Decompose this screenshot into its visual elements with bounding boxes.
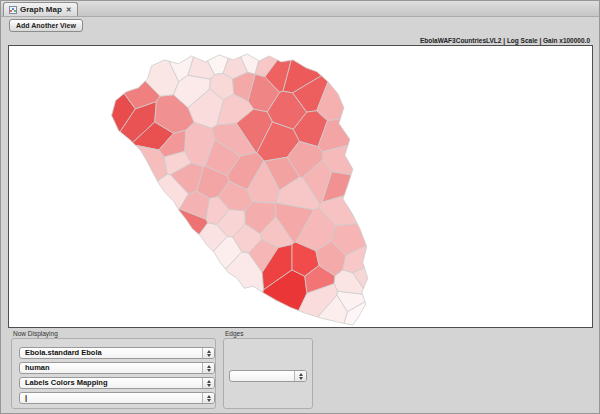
tab-graph-map[interactable]: Graph Map ✕ xyxy=(3,2,78,16)
dataset-select[interactable]: Ebola.standard Ebola xyxy=(19,347,215,359)
edges-label: Edges xyxy=(225,330,243,337)
now-displaying-label: Now Displaying xyxy=(13,330,58,337)
dataset-select-value: Ebola.standard Ebola xyxy=(20,348,202,358)
tab-title: Graph Map xyxy=(20,5,62,14)
combo-stepper-icon xyxy=(202,393,214,403)
tab-bar: Graph Map ✕ xyxy=(1,1,599,17)
choropleth-map[interactable] xyxy=(9,46,592,327)
tab-close-icon[interactable]: ✕ xyxy=(66,6,72,13)
map-panel xyxy=(8,45,593,328)
combo-stepper-icon xyxy=(202,378,214,388)
map-header-info: EbolaWAF3CountriesLVL2 | Log Scale | Gai… xyxy=(420,37,590,44)
color-mapping-select-value: Labels Colors Mapping xyxy=(20,378,202,388)
species-select-value: human xyxy=(20,363,202,373)
app-window: Graph Map ✕ Add Another View EbolaWAF3Co… xyxy=(0,0,600,414)
delimiter-select[interactable]: | xyxy=(19,392,215,404)
combo-stepper-icon xyxy=(294,371,306,381)
color-mapping-select[interactable]: Labels Colors Mapping xyxy=(19,377,215,389)
now-displaying-group: Ebola.standard Ebola human Labels Colors… xyxy=(11,338,216,409)
combo-stepper-icon xyxy=(202,348,214,358)
graph-map-view-icon xyxy=(9,6,17,14)
edges-group xyxy=(223,338,313,409)
add-another-view-button[interactable]: Add Another View xyxy=(9,19,83,32)
species-select[interactable]: human xyxy=(19,362,215,374)
combo-stepper-icon xyxy=(202,363,214,373)
delimiter-select-value: | xyxy=(20,393,202,403)
edges-select[interactable] xyxy=(229,370,307,382)
